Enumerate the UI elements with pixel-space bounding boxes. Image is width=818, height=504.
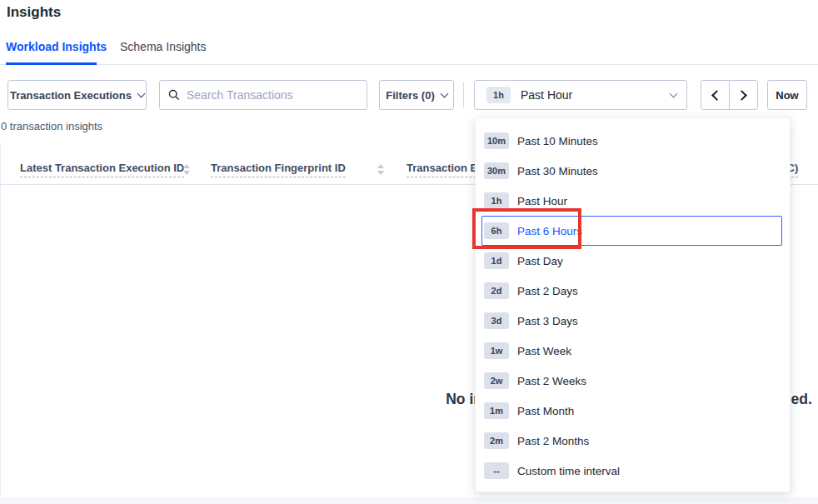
time-interval-menu: 10m Past 10 Minutes 30m Past 30 Minutes … [475, 117, 791, 492]
interval-badge: 1d [484, 252, 509, 269]
interval-label: Past 10 Minutes [517, 135, 598, 147]
interval-badge: 6h [484, 222, 509, 239]
interval-label: Past 2 Months [517, 435, 589, 447]
time-interval-badge: 1h [486, 87, 511, 103]
menu-item-past-6-hours[interactable]: 6h Past 6 Hours [481, 216, 782, 246]
active-tab-underline [6, 62, 97, 65]
interval-label: Past 3 Days [517, 315, 578, 327]
column-header-transaction-fingerprint-id[interactable]: Transaction Fingerprint ID [211, 162, 346, 177]
interval-label: Past Hour [517, 195, 567, 207]
interval-badge: -- [484, 462, 509, 479]
interval-label: Past 2 Days [517, 285, 578, 297]
menu-item-past-2-days[interactable]: 2d Past 2 Days [476, 276, 790, 306]
menu-item-past-day[interactable]: 1d Past Day [476, 246, 790, 276]
interval-badge: 2m [484, 432, 509, 449]
toolbar-divider [463, 82, 464, 107]
search-input[interactable] [187, 88, 358, 102]
interval-badge: 2w [484, 372, 509, 389]
tab-bar: Workload Insights Schema Insights [0, 38, 818, 65]
chevron-right-icon [736, 90, 747, 101]
menu-item-past-3-days[interactable]: 3d Past 3 Days [476, 306, 790, 336]
entity-select-label: Transaction Executions [10, 89, 132, 102]
interval-badge: 1w [484, 342, 509, 359]
next-interval-button[interactable] [729, 81, 757, 109]
time-interval-button[interactable]: 1h Past Hour [474, 80, 687, 110]
page-bottom-band [0, 497, 818, 504]
menu-item-past-week[interactable]: 1w Past Week [476, 336, 790, 366]
chevron-down-icon [137, 89, 146, 97]
interval-label: Past Day [517, 255, 563, 267]
interval-label: Past 2 Weeks [517, 375, 586, 387]
table-left-border [0, 143, 1, 497]
interval-label: Past Month [517, 405, 574, 417]
time-interval-label: Past Hour [521, 88, 671, 102]
prev-interval-button[interactable] [701, 81, 729, 109]
interval-badge: 10m [484, 132, 509, 149]
tab-workload-insights[interactable]: Workload Insights [6, 40, 107, 53]
interval-badge: 1h [484, 192, 509, 209]
menu-item-past-2-months[interactable]: 2m Past 2 Months [476, 426, 790, 456]
time-nav-group [701, 80, 758, 110]
interval-badge: 30m [484, 162, 509, 179]
interval-label: Past Week [517, 345, 571, 357]
filters-label: Filters (0) [386, 89, 435, 102]
sort-icon[interactable] [183, 164, 192, 176]
tab-schema-insights[interactable]: Schema Insights [120, 40, 207, 53]
menu-item-custom-time-interval[interactable]: -- Custom time interval [476, 456, 790, 486]
search-icon [168, 89, 180, 101]
menu-item-past-hour[interactable]: 1h Past Hour [476, 186, 790, 216]
chevron-down-icon [440, 89, 448, 97]
page-title: Insights [7, 4, 61, 21]
insights-count: 0 transaction insights [1, 120, 102, 132]
menu-item-past-30-minutes[interactable]: 30m Past 30 Minutes [476, 156, 790, 186]
menu-item-past-10-minutes[interactable]: 10m Past 10 Minutes [476, 126, 790, 156]
interval-badge: 1m [484, 402, 509, 419]
interval-label: Past 6 Hours [517, 225, 582, 237]
search-box [159, 80, 367, 110]
now-button[interactable]: Now [767, 80, 807, 110]
menu-item-past-month[interactable]: 1m Past Month [476, 396, 790, 426]
entity-select-button[interactable]: Transaction Executions [7, 80, 147, 110]
chevron-left-icon [711, 90, 722, 101]
column-header-latest-transaction-execution-id[interactable]: Latest Transaction Execution ID [20, 162, 184, 177]
interval-badge: 2d [484, 282, 509, 299]
interval-badge: 3d [484, 312, 509, 329]
menu-item-past-2-weeks[interactable]: 2w Past 2 Weeks [476, 366, 790, 396]
filters-button[interactable]: Filters (0) [379, 80, 454, 110]
interval-label: Past 30 Minutes [517, 165, 598, 177]
sort-icon[interactable] [377, 164, 386, 176]
interval-label: Custom time interval [517, 465, 620, 477]
chevron-down-icon [670, 89, 678, 97]
